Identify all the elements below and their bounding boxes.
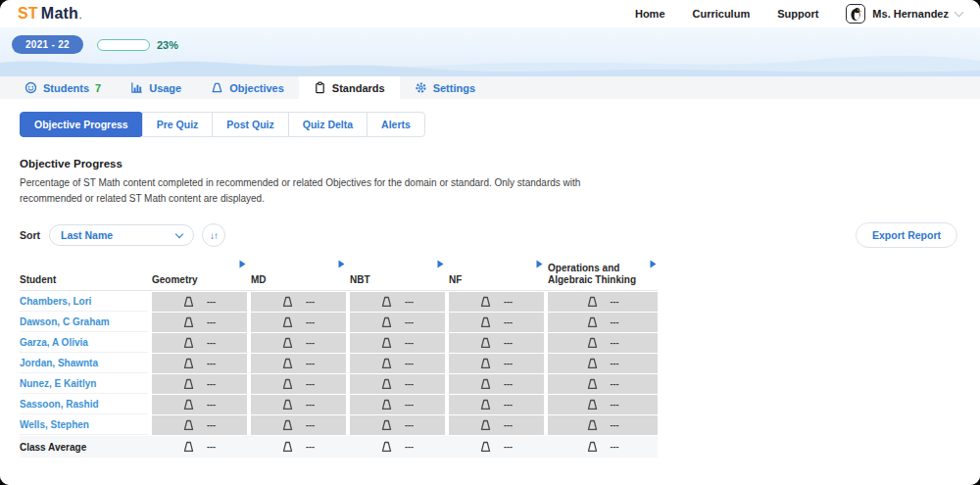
progress-cell[interactable]: --- xyxy=(152,374,247,394)
progress-cell[interactable]: --- xyxy=(152,354,247,373)
objective-icon xyxy=(183,441,194,453)
student-name[interactable]: Sassoon, Rashid xyxy=(20,395,148,414)
st-math-logo[interactable]: STMath. xyxy=(18,5,81,23)
subtab-alerts[interactable]: Alerts xyxy=(367,112,425,137)
chevron-down-icon xyxy=(955,8,964,18)
subtab-pre-quiz[interactable]: Pre Quiz xyxy=(142,112,214,137)
student-name[interactable]: Jordan, Shawnta xyxy=(20,354,148,373)
page-title: Objective Progress xyxy=(20,158,980,170)
students-count: 7 xyxy=(95,82,101,94)
student-name[interactable]: Chambers, Lori xyxy=(20,292,148,312)
progress-cell[interactable]: --- xyxy=(350,292,445,312)
logo-trademark: . xyxy=(79,12,81,21)
subtab-post-quiz[interactable]: Post Quiz xyxy=(212,112,288,137)
objective-icon xyxy=(480,337,491,349)
expand-arrow-icon[interactable] xyxy=(650,260,657,268)
progress-cell[interactable]: --- xyxy=(251,292,346,312)
school-year-pill[interactable]: 2021 - 22 xyxy=(12,35,83,54)
objective-icon xyxy=(183,419,194,431)
progress-cell[interactable]: --- xyxy=(449,333,544,353)
progress-cell[interactable]: --- xyxy=(548,436,658,458)
progress-cell[interactable]: --- xyxy=(449,374,544,394)
export-report-button[interactable]: Export Report xyxy=(856,222,957,248)
progress-cell[interactable]: --- xyxy=(449,313,544,332)
objective-icon xyxy=(282,378,293,390)
user-menu[interactable]: Ms. Hernandez xyxy=(846,4,962,24)
tab-label: Usage xyxy=(149,82,181,94)
progress-cell[interactable]: --- xyxy=(548,415,658,435)
year-progress-percent: 23% xyxy=(157,39,178,51)
objective-icon xyxy=(587,358,598,369)
progress-cell[interactable]: --- xyxy=(350,333,445,353)
expand-arrow-icon[interactable] xyxy=(338,260,345,268)
progress-cell[interactable]: --- xyxy=(251,313,346,332)
progress-cell[interactable]: --- xyxy=(152,415,247,435)
objective-icon xyxy=(381,337,392,349)
progress-cell[interactable]: --- xyxy=(251,415,346,435)
sort-dropdown[interactable]: Last Name xyxy=(49,224,194,246)
student-name[interactable]: Wells, Stephen xyxy=(20,415,148,435)
progress-cell[interactable]: --- xyxy=(449,354,544,373)
sort-arrows-icon: ↓↑ xyxy=(210,230,218,241)
progress-cell[interactable]: --- xyxy=(251,436,346,458)
objective-icon xyxy=(282,441,293,453)
student-name[interactable]: Dawson, C Graham xyxy=(20,313,148,332)
progress-cell[interactable]: --- xyxy=(548,292,658,312)
progress-cell[interactable]: --- xyxy=(548,395,658,414)
objective-icon xyxy=(381,399,392,411)
progress-cell[interactable]: --- xyxy=(350,436,445,458)
student-name: Class Average xyxy=(20,436,148,458)
objective-icon xyxy=(480,399,491,411)
progress-cell[interactable]: --- xyxy=(251,354,346,373)
nav-support[interactable]: Support xyxy=(777,8,818,20)
progress-cell[interactable]: --- xyxy=(449,395,544,414)
progress-cell[interactable]: --- xyxy=(350,395,445,414)
progress-cell[interactable]: --- xyxy=(350,374,445,394)
subtab-objective-progress[interactable]: Objective Progress xyxy=(20,112,143,137)
progress-cell[interactable]: --- xyxy=(449,415,544,435)
student-name[interactable]: Garza, A Olivia xyxy=(20,333,148,353)
objective-icon xyxy=(480,358,491,369)
progress-cell[interactable]: --- xyxy=(251,395,346,414)
progress-cell[interactable]: --- xyxy=(152,313,247,332)
objective-icon xyxy=(381,358,392,369)
objective-icon xyxy=(183,358,194,369)
tab-label: Students xyxy=(43,82,89,94)
progress-cell[interactable]: --- xyxy=(350,313,445,332)
tab-standards[interactable]: Standards xyxy=(299,76,400,99)
student-name[interactable]: Nunez, E Kaitlyn xyxy=(20,374,148,394)
objective-icon xyxy=(183,399,194,411)
progress-cell[interactable]: --- xyxy=(548,374,658,394)
expand-arrow-icon[interactable] xyxy=(437,260,444,268)
top-bar: STMath. Home Curriculum Support Ms. Hern… xyxy=(0,0,980,27)
progress-cell[interactable]: --- xyxy=(350,354,445,373)
progress-cell[interactable]: --- xyxy=(251,374,346,394)
tab-label: Standards xyxy=(332,82,385,94)
progress-cell[interactable]: --- xyxy=(548,313,658,332)
progress-cell[interactable]: --- xyxy=(548,333,658,353)
tab-usage[interactable]: Usage xyxy=(116,76,196,99)
sort-label: Sort xyxy=(20,229,40,241)
progress-cell[interactable]: --- xyxy=(152,436,247,458)
progress-cell[interactable]: --- xyxy=(152,395,247,414)
progress-cell[interactable]: --- xyxy=(449,292,544,312)
progress-cell[interactable]: --- xyxy=(152,292,247,312)
tab-objectives[interactable]: Objectives xyxy=(196,76,299,99)
progress-cell[interactable]: --- xyxy=(251,333,346,353)
expand-arrow-icon[interactable] xyxy=(536,260,543,268)
page-description: Percentage of ST Math content completed … xyxy=(20,175,635,206)
tab-settings[interactable]: Settings xyxy=(400,76,490,99)
nav-curriculum[interactable]: Curriculum xyxy=(693,8,751,20)
subtab-quiz-delta[interactable]: Quiz Delta xyxy=(288,112,368,137)
progress-cell[interactable]: --- xyxy=(152,333,247,353)
tab-students[interactable]: Students 7 xyxy=(10,76,116,99)
progress-cell[interactable]: --- xyxy=(449,436,544,458)
nav-home[interactable]: Home xyxy=(635,8,665,20)
chevron-down-icon xyxy=(175,230,183,238)
progress-cell[interactable]: --- xyxy=(548,354,658,373)
sort-order-button[interactable]: ↓↑ xyxy=(202,223,225,247)
expand-arrow-icon[interactable] xyxy=(239,260,246,268)
jiji-penguin-avatar xyxy=(846,4,865,24)
objective-icon xyxy=(587,337,598,349)
progress-cell[interactable]: --- xyxy=(350,415,445,435)
